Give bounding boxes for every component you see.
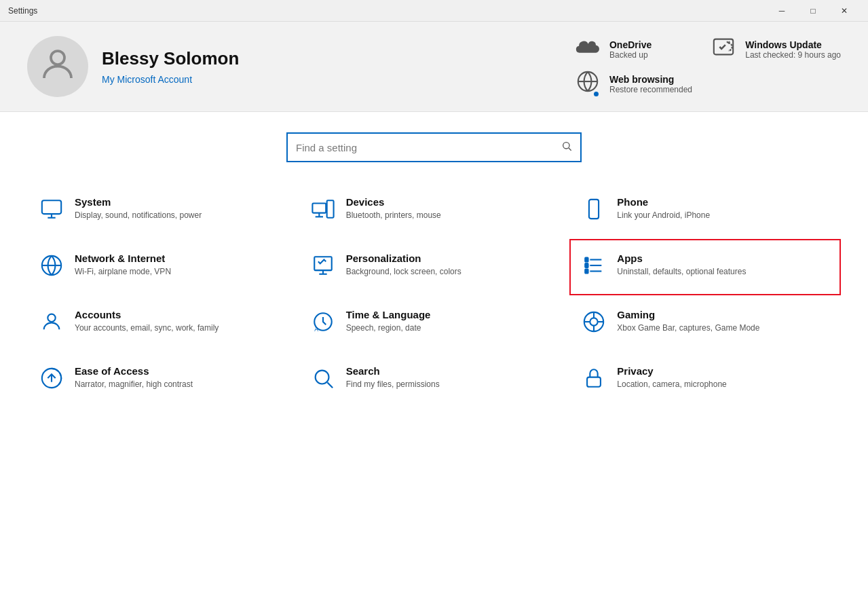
- window-controls: ─ □ ✕: [766, 0, 860, 22]
- onedrive-icon: [575, 38, 600, 60]
- svg-rect-37: [587, 377, 601, 387]
- timelanguage-subtitle: Speech, region, date: [346, 322, 431, 334]
- onedrive-status[interactable]: OneDrive Backed up Windows Update Last c…: [575, 35, 841, 63]
- apps-title: Apps: [617, 253, 746, 264]
- personalization-subtitle: Background, lock screen, colors: [346, 266, 461, 278]
- personalization-title: Personalization: [346, 253, 461, 264]
- maximize-button[interactable]: □: [797, 0, 829, 22]
- timelanguage-title: Time & Language: [346, 309, 431, 320]
- network-subtitle: Wi-Fi, airplane mode, VPN: [75, 266, 171, 278]
- profile-info: Blessy Solomon My Microsoft Account: [102, 48, 239, 86]
- search-box: [286, 132, 582, 162]
- settings-item-easeofaccess[interactable]: Ease of AccessNarrator, magnifier, high …: [27, 352, 299, 408]
- gaming-icon: [582, 310, 606, 338]
- svg-point-35: [315, 371, 328, 384]
- minimize-button[interactable]: ─: [766, 0, 797, 22]
- svg-rect-23: [586, 270, 588, 274]
- svg-rect-21: [586, 258, 588, 262]
- svg-rect-6: [42, 200, 61, 214]
- svg-rect-22: [586, 263, 588, 267]
- network-icon: [39, 254, 64, 282]
- easeofaccess-icon: [39, 367, 64, 394]
- title-bar: Settings ─ □ ✕: [0, 0, 868, 22]
- settings-item-system[interactable]: SystemDisplay, sound, notifications, pow…: [27, 183, 299, 239]
- search-area: [0, 112, 868, 176]
- accounts-subtitle: Your accounts, email, sync, work, family: [75, 322, 219, 334]
- devices-icon: [311, 198, 335, 225]
- settings-grid: SystemDisplay, sound, notifications, pow…: [0, 176, 868, 408]
- close-button[interactable]: ✕: [829, 0, 860, 22]
- phone-icon: [582, 198, 606, 225]
- search-title: Search: [346, 365, 440, 377]
- avatar: [27, 36, 88, 97]
- system-subtitle: Display, sound, notifications, power: [75, 210, 202, 221]
- windows-update-title: Windows Update: [745, 39, 841, 50]
- svg-point-4: [563, 143, 569, 149]
- phone-title: Phone: [617, 196, 710, 208]
- settings-item-phone[interactable]: PhoneLink your Android, iPhone: [569, 183, 841, 239]
- windows-update-text: Windows Update Last checked: 9 hours ago: [745, 39, 841, 60]
- settings-item-accounts[interactable]: AccountsYour accounts, email, sync, work…: [27, 295, 299, 352]
- svg-rect-10: [326, 200, 333, 218]
- timelanguage-icon: A: [311, 310, 335, 338]
- profile-area: Blessy Solomon My Microsoft Account OneD…: [0, 22, 868, 112]
- windows-update-subtitle: Last checked: 9 hours ago: [745, 50, 841, 60]
- apps-icon: [582, 254, 606, 282]
- settings-item-search[interactable]: SearchFind my files, permissions: [299, 352, 570, 408]
- windows-update-icon: [711, 35, 736, 63]
- settings-item-privacy[interactable]: PrivacyLocation, camera, microphone: [569, 352, 841, 408]
- settings-item-apps[interactable]: AppsUninstall, defaults, optional featur…: [569, 239, 841, 295]
- settings-item-gaming[interactable]: GamingXbox Game Bar, captures, Game Mode: [569, 295, 841, 352]
- devices-title: Devices: [346, 196, 441, 208]
- system-title: System: [75, 196, 202, 208]
- apps-subtitle: Uninstall, defaults, optional features: [617, 266, 746, 278]
- status-items: OneDrive Backed up Windows Update Last c…: [575, 35, 841, 98]
- privacy-icon: [582, 367, 606, 394]
- svg-point-0: [51, 51, 64, 64]
- personalization-icon: [311, 254, 335, 282]
- network-title: Network & Internet: [75, 253, 171, 264]
- search-input[interactable]: [296, 142, 561, 153]
- svg-line-36: [327, 382, 333, 388]
- svg-line-5: [569, 148, 571, 151]
- svg-point-24: [48, 314, 55, 322]
- gaming-title: Gaming: [617, 309, 759, 320]
- profile-name: Blessy Solomon: [102, 48, 239, 69]
- svg-rect-13: [589, 200, 599, 219]
- onedrive-subtitle: Backed up: [609, 50, 652, 60]
- web-browsing-icon: [575, 70, 600, 98]
- easeofaccess-subtitle: Narrator, magnifier, high contrast: [75, 379, 193, 390]
- easeofaccess-title: Ease of Access: [75, 365, 193, 377]
- avatar-icon: [37, 44, 78, 90]
- settings-item-personalization[interactable]: PersonalizationBackground, lock screen, …: [299, 239, 570, 295]
- privacy-subtitle: Location, camera, microphone: [617, 379, 726, 390]
- settings-item-timelanguage[interactable]: ATime & LanguageSpeech, region, date: [299, 295, 570, 352]
- system-icon: [39, 198, 64, 225]
- accounts-icon: [39, 310, 64, 338]
- phone-subtitle: Link your Android, iPhone: [617, 210, 710, 221]
- web-browsing-text: Web browsing Restore recommended: [609, 74, 692, 94]
- microsoft-account-link[interactable]: My Microsoft Account: [102, 74, 192, 86]
- accounts-title: Accounts: [75, 309, 219, 320]
- privacy-title: Privacy: [617, 365, 726, 377]
- web-browsing-status[interactable]: Web browsing Restore recommended: [575, 70, 841, 98]
- search-icon: [311, 367, 335, 394]
- svg-text:A: A: [314, 326, 318, 333]
- devices-subtitle: Bluetooth, printers, mouse: [346, 210, 441, 221]
- settings-item-network[interactable]: Network & InternetWi-Fi, airplane mode, …: [27, 239, 299, 295]
- onedrive-text: OneDrive Backed up: [609, 39, 652, 60]
- onedrive-title: OneDrive: [609, 39, 652, 50]
- web-browsing-subtitle: Restore recommended: [609, 85, 692, 94]
- search-button[interactable]: [561, 141, 572, 154]
- svg-rect-17: [314, 257, 332, 270]
- web-browsing-title: Web browsing: [609, 74, 692, 85]
- search-subtitle: Find my files, permissions: [346, 379, 440, 390]
- svg-point-28: [590, 318, 598, 325]
- gaming-subtitle: Xbox Game Bar, captures, Game Mode: [617, 322, 759, 334]
- settings-item-devices[interactable]: DevicesBluetooth, printers, mouse: [299, 183, 570, 239]
- svg-rect-9: [312, 204, 326, 213]
- window-title: Settings: [8, 6, 37, 16]
